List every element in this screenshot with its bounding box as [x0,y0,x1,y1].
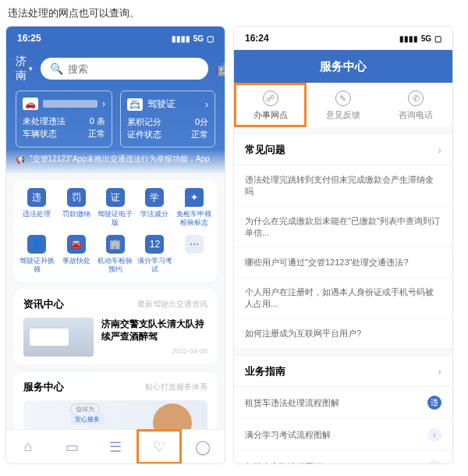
section-subtitle: 贴心打造服务体系 [145,382,207,393]
list-item[interactable]: 满分学习考试流程图解› [234,419,452,451]
group-title: 常见问题 [245,143,285,157]
grid-item[interactable]: 12满分学习考试 [135,235,174,274]
news-section: 资讯中心 最新驾驶出交通资讯 济南交警支队长清大队持续严查酒醉驾 2022-04… [14,290,217,364]
tab-label: 意见反馈 [326,109,360,121]
city-picker[interactable]: 济南 ▾ [16,55,33,83]
list-item[interactable]: 哪些用户可通过"交管12123"处理交通违法? [234,248,452,278]
guide-group: 业务指南 › 租赁车违法处理流程图解违 满分学习考试流程图解› 驾驶人审验流程图… [234,357,452,464]
more-icon: ⋯ [185,235,204,254]
grid-label: 违法处理 [23,210,51,218]
banner-tag: 值得为 [70,403,100,415]
news-thumbnail [23,318,94,357]
grid-icon: 违 [27,188,46,207]
person-icon: ◯ [195,439,211,456]
speaker-icon: 📢 [16,155,25,164]
kv-label: 未处理违法 [23,115,66,127]
announcement-bar[interactable]: 📢 "交管12123"App未推出交通违法行为举报功能，App [16,154,215,165]
top-tabs: ☍办事网点 ✎意见反馈 ✆咨询电话 [234,83,452,127]
guide-text: 租赁车违法处理流程图解 [245,397,339,409]
feedback-icon: ✎ [335,91,351,106]
tab-phone[interactable]: ✆咨询电话 [380,83,452,127]
list-item[interactable]: 为什么在完成缴款后未能在"已缴款"列表中查询到订单信... [234,207,452,248]
grid-icon: 12 [145,235,164,254]
go-icon: › [427,428,441,442]
news-title: 济南交警支队长清大队持续严查酒醉驾 [101,318,207,343]
grid-label: 机动车检验预约 [96,257,135,274]
go-icon: › [427,460,441,464]
grid-item[interactable]: ✦免检车申领检验标志 [175,188,214,227]
list-item[interactable]: 驾驶人审验流程图解› [234,451,452,464]
grid-label: 罚款缴纳 [62,210,90,218]
tab-feedback[interactable]: ✎意见反馈 [307,83,379,127]
kv-label: 证件状态 [127,128,161,140]
chevron-down-icon: ▾ [29,65,33,73]
search-input[interactable] [68,63,199,75]
monitor-icon: ▭ [66,439,79,456]
license-card[interactable]: 📇 驾驶证 › 累积记分0分 证件状态正常 [120,91,215,147]
tab-news[interactable]: ☰ [94,430,137,464]
grid-item[interactable]: 🚘事故快处 [56,235,95,274]
heart-icon: ♡ [153,439,165,456]
chevron-right-icon: › [438,144,441,156]
kv-label: 累积记分 [127,115,161,128]
tab-home[interactable]: ⌂ [6,430,50,464]
status-icons: ▮▮▮▮ 5G ▢ [399,34,441,43]
grid-icon: 学 [145,188,164,207]
vehicle-card[interactable]: 🚗 › 未处理违法0 条 车辆状态正常 [16,91,112,147]
grid-icon: 🏢 [106,235,125,254]
grid-item[interactable]: 罚罚款缴纳 [56,188,95,227]
search-field[interactable]: 🔍 [41,58,208,80]
list-item[interactable]: 租赁车违法处理流程图解违 [234,387,452,419]
guide-text: 满分学习考试流程图解 [245,429,331,441]
grid-label: 免检车申领检验标志 [175,210,214,227]
network-label: 5G [421,34,431,43]
grid-label: 满分学习考试 [135,257,174,274]
tab-me[interactable]: ◯ [181,430,225,464]
chevron-right-icon: › [102,98,105,109]
grid-item-more[interactable]: ⋯ [175,235,214,274]
phone-right: 16:24 ▮▮▮▮ 5G ▢ 服务中心 ☍办事网点 ✎意见反馈 ✆咨询电话 常… [234,27,452,464]
section-title: 资讯中心 [23,297,64,311]
tab-bar: ⌂ ▭ ☰ ♡ ◯ [6,429,225,464]
tab-service[interactable]: ♡ [137,430,181,464]
list-item[interactable]: 个人用户在注册时，如遇本人身份证或手机号码被人占用... [234,278,452,319]
grid-item[interactable]: 证驾驶证电子版 [96,188,135,227]
grid-icon: 👤 [27,235,46,254]
faq-text: 哪些用户可通过"交管12123"处理交通违法? [245,257,409,268]
chevron-right-icon: › [438,365,441,378]
news-item[interactable]: 济南交警支队长清大队持续严查酒醉驾 2022-04-08 [23,318,207,357]
plate-masked [43,100,98,108]
faq-text: 违法处理完跳转到支付但未完成缴款会产生滞纳金吗 [245,174,441,197]
search-icon: 🔍 [50,62,63,75]
section-subtitle: 最新驾驶出交通资讯 [137,299,207,310]
grid-icon: 罚 [67,188,86,207]
license-icon: 📇 [127,98,143,111]
grid-item[interactable]: 👤驾驶证补换领 [17,235,56,274]
news-date: 2022-04-08 [101,347,207,355]
group-header[interactable]: 业务指南 › [234,357,452,387]
kv-value: 正常 [191,128,208,140]
grid-label: 驾驶证电子版 [96,210,135,227]
kv-value: 0分 [195,115,208,128]
grid-label: 驾驶证补换领 [17,257,56,274]
robot-icon[interactable]: 🤖 [216,62,225,76]
badge-icon: 违 [427,396,441,410]
grid-icon: ✦ [185,188,204,207]
grid-item[interactable]: 学学法减分 [135,188,174,227]
tab-online[interactable]: ▭ [50,430,94,464]
grid-label: 学法减分 [140,210,168,218]
grid-item[interactable]: 🏢机动车检验预约 [96,235,135,274]
group-title: 业务指南 [245,364,285,378]
network-label: 5G [193,34,204,43]
tab-locations[interactable]: ☍办事网点 [234,83,307,127]
list-item[interactable]: 如何注册成为互联网平台用户? [234,319,452,349]
group-header[interactable]: 常见问题 › [234,135,452,165]
signal-icon: ▮▮▮▮ [399,34,418,43]
services-grid: 违违法处理 罚罚款缴纳 证驾驶证电子版 学学法减分 ✦免检车申领检验标志 👤驾驶… [14,180,217,282]
phone-icon: ✆ [408,91,424,106]
section-title: 服务中心 [23,380,64,394]
battery-icon: ▢ [207,34,214,43]
grid-item[interactable]: 违违法处理 [17,188,56,227]
list-item[interactable]: 违法处理完跳转到支付但未完成缴款会产生滞纳金吗 [234,165,452,207]
kv-label: 车辆状态 [23,127,57,140]
